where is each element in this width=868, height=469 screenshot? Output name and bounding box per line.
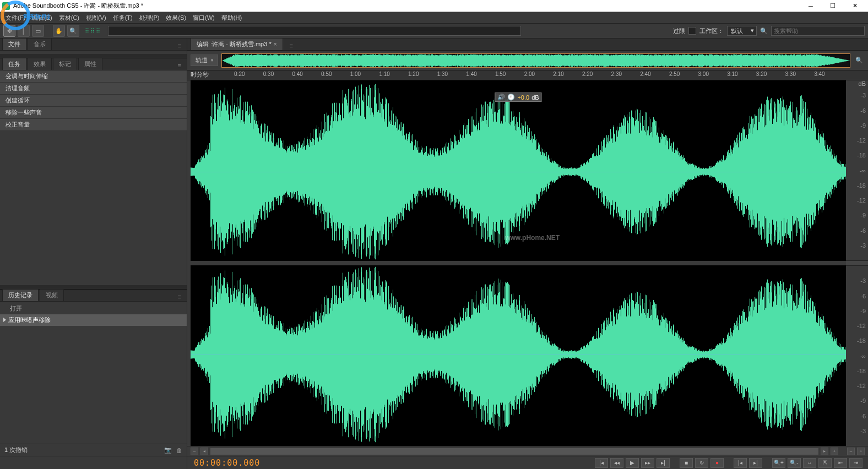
- menu-process[interactable]: 处理(P): [136, 13, 163, 23]
- ruler-tick: 1:20: [408, 71, 419, 77]
- zoom-out-v[interactable]: –: [847, 448, 855, 455]
- menu-file[interactable]: 文件(F): [2, 13, 29, 23]
- task-fix-volume[interactable]: 校正音量: [0, 119, 187, 131]
- ruler-tick: 1:40: [466, 71, 476, 77]
- menu-clip[interactable]: 素材(C): [56, 13, 83, 23]
- track-dropdown[interactable]: 轨道: [191, 54, 218, 66]
- zoom-in-h[interactable]: +: [831, 448, 838, 455]
- overview-waveform[interactable]: [221, 53, 850, 68]
- search-help-input[interactable]: [771, 26, 865, 36]
- menu-bar: 文件(F) 编辑(E) 素材(C) 视图(V) 任务(T) 处理(P) 效果(S…: [0, 12, 868, 23]
- db-label: -6: [860, 107, 866, 114]
- trash-icon[interactable]: 🗑: [176, 447, 182, 454]
- menu-effects[interactable]: 效果(S): [162, 13, 189, 23]
- channel-splitter-handle[interactable]: [846, 260, 868, 266]
- zoom-out-button[interactable]: 🔍-: [788, 458, 801, 468]
- menu-window[interactable]: 窗口(W): [189, 13, 218, 23]
- ffwd-button[interactable]: ▸▸: [641, 458, 654, 468]
- clip-indicator-label: 过限: [673, 27, 685, 35]
- clock-icon: 🕘: [507, 94, 515, 101]
- tool-zoom[interactable]: 🔍: [67, 25, 79, 37]
- ruler-tick: 2:20: [582, 71, 593, 77]
- db-scale-column: dB -3-6-9-12-18-∞-18-12-9-6-3 -3-6-9-12-…: [846, 80, 868, 446]
- zoom-sel-end-button[interactable]: ⇥: [849, 458, 862, 468]
- zoom-tool-icon[interactable]: 🔍: [854, 57, 865, 64]
- panel-menu-icon[interactable]: ≡: [175, 61, 185, 70]
- loop-button[interactable]: ↻: [695, 458, 708, 468]
- files-panel-tabs: 文件 音乐 ≡: [0, 39, 187, 51]
- ruler-tick: 2:40: [640, 71, 650, 77]
- history-item-click-removal[interactable]: 应用咔嗒声移除: [0, 314, 187, 326]
- zoom-out-h[interactable]: –: [191, 448, 198, 455]
- close-icon[interactable]: ×: [274, 41, 277, 47]
- db-label: -3: [860, 242, 866, 249]
- tab-history[interactable]: 历史记录: [2, 289, 39, 301]
- go-end-button[interactable]: ▸|: [657, 458, 670, 468]
- clip-indicator[interactable]: [688, 27, 696, 35]
- panel-menu-icon[interactable]: ≡: [175, 292, 185, 301]
- task-pitch-time[interactable]: 变调与时间伸缩: [0, 70, 187, 83]
- minimize-button[interactable]: ─: [800, 1, 822, 12]
- ruler-tick: 2:30: [611, 71, 622, 77]
- horizontal-scrollbar[interactable]: – ◂ ▸ + – +: [187, 446, 868, 456]
- zoom-full-button[interactable]: ↔: [803, 458, 816, 468]
- db-label: -12: [857, 197, 866, 204]
- timecode-display[interactable]: 00:00:00.000: [187, 458, 267, 468]
- next-marker-button[interactable]: ▸|: [749, 458, 762, 468]
- history-footer: 1 次撤销 📷 🗑: [0, 444, 187, 456]
- prev-marker-button[interactable]: |◂: [734, 458, 747, 468]
- db-label: -9: [860, 122, 866, 129]
- tab-properties[interactable]: 属性: [78, 58, 102, 70]
- rewind-button[interactable]: ◂◂: [610, 458, 623, 468]
- editor-tab-active[interactable]: 编辑 :许嵩 - 断桥残雪.mp3 * ×: [191, 38, 283, 50]
- workspace-select[interactable]: 默认 ▾: [727, 26, 757, 36]
- time-ruler[interactable]: 时分秒 0:200:300:400:501:001:101:201:301:40…: [187, 70, 868, 80]
- tasks-panel-tabs: 任务 效果 标记 属性 ≡: [0, 58, 187, 70]
- go-start-button[interactable]: |◂: [595, 458, 608, 468]
- tab-music[interactable]: 音乐: [28, 38, 52, 50]
- ruler-tick: 3:20: [756, 71, 767, 77]
- speaker-icon: 🔊: [497, 94, 505, 101]
- zoom-in-v[interactable]: +: [857, 448, 865, 455]
- zoom-sel-start-button[interactable]: ⇤: [834, 458, 847, 468]
- menu-help[interactable]: 帮助(H): [218, 13, 245, 23]
- task-clean-audio[interactable]: 清理音频: [0, 83, 187, 95]
- panel-menu-icon[interactable]: ≡: [175, 41, 185, 50]
- record-button[interactable]: ●: [710, 458, 724, 468]
- tool-hand[interactable]: ✋: [53, 25, 65, 37]
- zoom-sel-button[interactable]: ⇱: [818, 458, 832, 468]
- selection-display: [108, 26, 521, 36]
- task-create-loop[interactable]: 创建循环: [0, 95, 187, 107]
- history-item-open[interactable]: 打开: [0, 303, 187, 314]
- db-label: -9: [860, 308, 866, 314]
- ruler-tick: 3:10: [727, 71, 737, 77]
- workspace-label: 工作区：: [699, 27, 724, 35]
- close-button[interactable]: ✕: [844, 1, 866, 12]
- menu-edit[interactable]: 编辑(E): [29, 13, 56, 23]
- tab-effects[interactable]: 效果: [28, 58, 52, 70]
- tool-move[interactable]: ✥: [3, 25, 15, 37]
- tab-video[interactable]: 视频: [40, 289, 64, 301]
- tool-time-select[interactable]: │: [18, 25, 30, 37]
- tab-markers[interactable]: 标记: [53, 58, 77, 70]
- zoom-in-button[interactable]: 🔍+: [772, 458, 785, 468]
- menu-tasks[interactable]: 任务(T): [110, 13, 136, 23]
- transport-controls: |◂ ◂◂ ▶ ▸▸ ▸| ■ ↻ ● |◂ ▸| 🔍+ 🔍- ↔ ⇱ ⇤ ⇥: [595, 458, 868, 468]
- snapshot-icon[interactable]: 📷: [164, 446, 172, 454]
- ruler-tick: 2:10: [553, 71, 563, 77]
- play-button[interactable]: ▶: [626, 458, 639, 468]
- ruler-tick: 1:00: [350, 71, 361, 77]
- menu-view[interactable]: 视图(V): [83, 13, 110, 23]
- ruler-tick: 1:50: [495, 71, 506, 77]
- tab-files[interactable]: 文件: [2, 38, 26, 50]
- stop-button[interactable]: ■: [680, 458, 693, 468]
- scroll-right[interactable]: ▸: [821, 448, 828, 455]
- scroll-left[interactable]: ◂: [200, 448, 208, 455]
- task-remove-sound[interactable]: 移除一些声音: [0, 107, 187, 119]
- gain-badge[interactable]: 🔊 🕘 +0.0 dB: [495, 92, 541, 102]
- panel-menu-icon[interactable]: ≡: [286, 41, 296, 50]
- tool-freq-select[interactable]: ▭: [32, 25, 44, 37]
- waveform-display[interactable]: 🔊 🕘 +0.0 dB www.pHome.NET: [191, 80, 846, 446]
- tab-tasks[interactable]: 任务: [2, 58, 26, 70]
- maximize-button[interactable]: ☐: [822, 1, 844, 12]
